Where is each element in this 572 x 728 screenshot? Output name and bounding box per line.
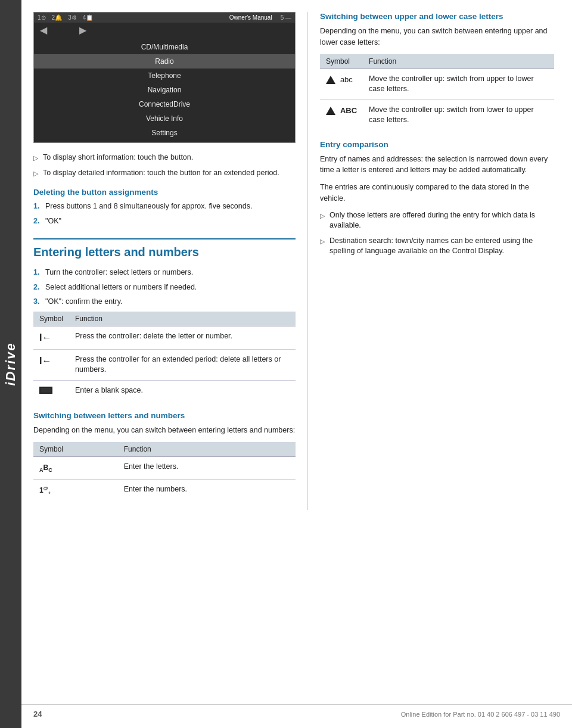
menu-screenshot: 1⊙ 2🔔 3⚙ 4📋 Owner's Manual 5 — ◀ ▶ CD/Mu…	[33, 12, 296, 143]
entry-comparison-heading: Entry comparison	[320, 140, 554, 149]
menu-item-radio[interactable]: Radio	[34, 54, 295, 69]
topbar-num: 5 —	[281, 14, 291, 21]
symbol-num: 1@+	[33, 480, 118, 502]
step-num-2: 2.	[33, 216, 42, 227]
menu-item-connecteddrive[interactable]: ConnectedDrive	[34, 97, 295, 111]
entry-bullet-2: ▷ Destination search: town/city names ca…	[320, 236, 554, 257]
ln-function-header: Function	[118, 442, 296, 457]
delete-step-2: 2. "OK"	[33, 216, 296, 227]
enter-num-2: 2.	[33, 282, 42, 293]
enter-text-2: Select additional letters or numbers if …	[45, 282, 197, 293]
page-number: 24	[33, 710, 42, 718]
entry-bullet-text-2: Destination search: town/city names can …	[329, 236, 554, 257]
menu-nav-row: ◀ ▶	[34, 23, 295, 38]
enter-step-3: 3. "OK": confirm the entry.	[33, 297, 296, 307]
step-num-1: 1.	[33, 201, 42, 212]
space-icon	[39, 387, 52, 394]
entry-bullet-arrow-2: ▷	[320, 237, 325, 257]
sidebar: iDrive	[0, 0, 21, 728]
menu-nav-left[interactable]: ◀	[40, 24, 47, 36]
topbar-item-2: 2🔔	[52, 14, 63, 21]
table-row: Enter a blank space.	[33, 380, 296, 402]
table-row: I← Press the controller: delete the lett…	[33, 326, 296, 349]
upper-lower-heading: Switching between upper and lower case l…	[320, 12, 554, 21]
abc-sub-icon: ABC	[39, 464, 52, 471]
symbol-backspace-bold: I←	[33, 349, 69, 380]
menu-items: CD/Multimedia Radio Telephone Navigation…	[34, 38, 295, 142]
function-backspace-bold: Press the controller for an extended per…	[69, 349, 296, 380]
function-col-header: Function	[69, 312, 296, 326]
enter-text-3: "OK": confirm the entry.	[45, 297, 123, 307]
triangle-up-bold-icon	[326, 107, 335, 115]
ul-symbol-header: Symbol	[320, 54, 363, 69]
function-backspace: Press the controller: delete the letter …	[69, 326, 296, 349]
entry-bullet-arrow-1: ▷	[320, 211, 325, 231]
table-row: ABC Enter the letters.	[33, 457, 296, 480]
bullet-text-1: To display short information: touch the …	[43, 153, 193, 163]
function-to-lower: Move the controller up: switch from uppe…	[363, 69, 554, 99]
symbol-table: Symbol Function I← Press the controller:…	[33, 312, 296, 402]
delete-step-1: 1. Press buttons 1 and 8 simultaneously …	[33, 201, 296, 212]
symbol-col-header: Symbol	[33, 312, 69, 326]
abc-label: abc	[340, 75, 353, 84]
function-to-upper: Move the controller up: switch from lowe…	[363, 99, 554, 130]
menu-nav-right[interactable]: ▶	[79, 24, 86, 36]
menu-item-cdmultimedia[interactable]: CD/Multimedia	[34, 40, 295, 54]
symbol-abc: ABC	[33, 457, 118, 480]
delete-heading: Deleting the button assignments	[33, 188, 296, 197]
entry-comparison-para1: Entry of names and addresses: the select…	[320, 154, 554, 176]
right-column: Switching between upper and lower case l…	[307, 12, 554, 510]
function-letters: Enter the letters.	[118, 457, 296, 480]
enter-step-1: 1. Turn the controller: select letters o…	[33, 267, 296, 278]
table-row: abc Move the controller up: switch from …	[320, 69, 554, 99]
function-numbers: Enter the numbers.	[118, 480, 296, 502]
menu-item-navigation[interactable]: Navigation	[34, 83, 295, 97]
ln-symbol-header: Symbol	[33, 442, 118, 457]
menu-item-telephone[interactable]: Telephone	[34, 69, 295, 83]
enter-num-1: 1.	[33, 267, 42, 278]
symbol-backspace: I←	[33, 326, 69, 349]
topbar-title: Owner's Manual	[229, 14, 272, 21]
enter-step-2: 2. Select additional letters or numbers …	[33, 282, 296, 293]
triangle-up-icon	[326, 76, 335, 84]
ul-function-header: Function	[363, 54, 554, 69]
bullet-text-2: To display detailed information: touch t…	[43, 168, 279, 179]
menu-item-vehicleinfo[interactable]: Vehicle Info	[34, 111, 295, 126]
letters-numbers-heading: Switching between letters and numbers	[33, 411, 296, 420]
big-section-heading: Entering letters and numbers	[33, 238, 296, 259]
bullet-arrow-1: ▷	[33, 154, 38, 163]
page-footer: 24 Online Edition for Part no. 01 40 2 6…	[21, 704, 572, 718]
backspace-icon: I←	[39, 332, 51, 343]
table-row: ABC Move the controller up: switch from …	[320, 99, 554, 130]
bullet-item-2: ▷ To display detailed information: touch…	[33, 168, 296, 179]
topbar-item-4: 4📋	[83, 14, 94, 21]
letters-numbers-body: Depending on the menu, you can switch be…	[33, 425, 296, 436]
letters-numbers-table: Symbol Function ABC Enter the letters. 1…	[33, 442, 296, 501]
footer-text: Online Edition for Part no. 01 40 2 606 …	[401, 711, 560, 718]
upper-lower-body: Depending on the menu, you can switch be…	[320, 26, 554, 48]
upper-lower-table: Symbol Function abc Move the controller …	[320, 54, 554, 130]
step-text-2: "OK"	[45, 216, 61, 227]
menu-item-settings[interactable]: Settings	[34, 126, 295, 140]
sidebar-label: iDrive	[3, 342, 18, 385]
entry-bullet-text-1: Only those letters are offered during th…	[329, 210, 554, 231]
symbol-tri-abc: abc	[320, 69, 363, 99]
left-column: 1⊙ 2🔔 3⚙ 4📋 Owner's Manual 5 — ◀ ▶ CD/Mu…	[33, 12, 307, 510]
topbar-item-1: 1⊙	[38, 14, 46, 21]
backspace-bold-icon: I←	[39, 356, 51, 366]
entry-comparison-para2: The entries are continuously compared to…	[320, 182, 554, 204]
table-row: 1@+ Enter the numbers.	[33, 480, 296, 502]
function-space: Enter a blank space.	[69, 380, 296, 402]
symbol-tri-ABC: ABC	[320, 99, 363, 130]
table-row: I← Press the controller for an extended …	[33, 349, 296, 380]
num-sym-icon: 1@+	[39, 486, 51, 494]
enter-num-3: 3.	[33, 297, 42, 307]
entry-bullet-1: ▷ Only those letters are offered during …	[320, 210, 554, 231]
bullet-arrow-2: ▷	[33, 169, 38, 179]
ABC-label: ABC	[340, 106, 357, 115]
topbar-item-3: 3⚙	[68, 14, 77, 21]
menu-topbar: 1⊙ 2🔔 3⚙ 4📋 Owner's Manual 5 —	[34, 13, 295, 23]
bullet-item-1: ▷ To display short information: touch th…	[33, 153, 296, 163]
symbol-space	[33, 380, 69, 402]
enter-text-1: Turn the controller: select letters or n…	[45, 267, 193, 278]
